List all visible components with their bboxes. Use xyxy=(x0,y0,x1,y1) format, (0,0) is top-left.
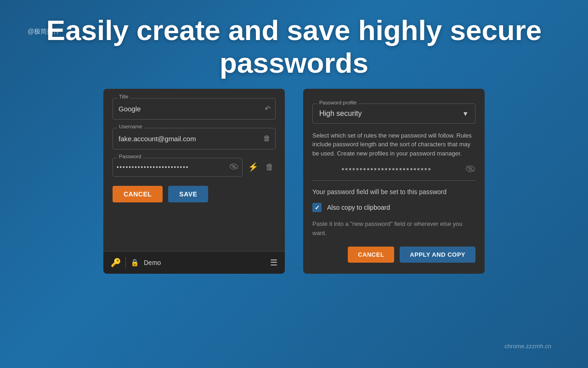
profile-select-inner[interactable]: High security ▼ xyxy=(313,104,475,123)
left-panel-footer: 🔑 🔒 Demo ☰ xyxy=(103,251,285,274)
left-action-buttons: CANCEL SAVE xyxy=(113,186,276,202)
title-input-wrap: ↶ xyxy=(113,98,276,120)
right-action-buttons: CANCEL APPLY AND COPY xyxy=(312,247,475,263)
password-field-inner xyxy=(113,158,243,177)
apply-and-copy-button[interactable]: APPLY AND COPY xyxy=(400,247,475,263)
undo-icon[interactable]: ↶ xyxy=(260,104,275,113)
generate-password-button[interactable]: ⚡ xyxy=(246,160,260,174)
password-action-icons: ⚡ 🗑 xyxy=(246,160,276,174)
lock-icon: 🔒 xyxy=(130,259,139,267)
username-label: Username xyxy=(117,124,144,129)
clipboard-description: Paste it into a "new password" field or … xyxy=(312,219,475,237)
profile-value: High security xyxy=(319,109,462,118)
username-input[interactable] xyxy=(113,128,259,149)
profile-select-container: Password profile High security ▼ xyxy=(312,100,475,124)
also-copy-label: Also copy to clipboard xyxy=(327,204,390,211)
headline-section: Easily create and save highly secure pas… xyxy=(0,0,588,89)
password-input[interactable] xyxy=(113,158,226,176)
username-field-group: Username 🗑 xyxy=(113,128,276,150)
save-button[interactable]: SAVE xyxy=(168,186,208,202)
will-set-text: Your password field will be set to this … xyxy=(312,188,475,196)
title-field-group: Title ↶ xyxy=(113,98,276,120)
profile-label: Password profile xyxy=(317,100,358,105)
headline-text: Easily create and save highly secure pas… xyxy=(0,14,588,80)
delete-username-icon[interactable]: 🗑 xyxy=(259,134,275,143)
password-label: Password xyxy=(117,154,143,159)
footer-divider xyxy=(125,257,126,268)
also-copy-checkbox[interactable]: ✓ xyxy=(312,203,322,212)
also-copy-checkbox-row: ✓ Also copy to clipboard xyxy=(312,203,475,212)
left-panel-content: Title ↶ Username 🗑 Password xyxy=(103,89,285,252)
credit-label: chrome.zzzmh.cn xyxy=(504,343,551,350)
key-icon: 🔑 xyxy=(111,258,121,268)
profile-description: Select which set of rules the new passwo… xyxy=(312,131,475,158)
dropdown-arrow-icon: ▼ xyxy=(462,110,469,117)
title-label: Title xyxy=(117,94,130,99)
generated-password-text: ************************* xyxy=(312,166,461,174)
profile-select-group: Password profile High security ▼ xyxy=(312,104,475,124)
password-row: Password ⚡ 🗑 xyxy=(113,158,276,177)
generated-password-row: ************************* xyxy=(312,165,475,181)
toggle-password-visibility-icon[interactable] xyxy=(226,163,242,171)
cancel-button-left[interactable]: CANCEL xyxy=(113,186,163,202)
demo-label: Demo xyxy=(144,259,266,266)
menu-icon[interactable]: ☰ xyxy=(270,258,277,268)
right-panel: Password profile High security ▼ Select … xyxy=(303,89,485,274)
toggle-generated-password-icon[interactable] xyxy=(465,165,475,175)
left-panel: Title ↶ Username 🗑 Password xyxy=(103,89,285,274)
checkmark-icon: ✓ xyxy=(315,204,320,211)
title-input[interactable] xyxy=(113,98,260,119)
delete-password-button[interactable]: 🗑 xyxy=(264,161,276,174)
watermark-label: @极简插件 xyxy=(28,28,60,36)
panels-container: Title ↶ Username 🗑 Password xyxy=(0,89,588,274)
username-input-wrap: 🗑 xyxy=(113,128,276,150)
cancel-button-right[interactable]: CANCEL xyxy=(348,247,394,263)
password-field-wrap: Password xyxy=(113,158,243,177)
